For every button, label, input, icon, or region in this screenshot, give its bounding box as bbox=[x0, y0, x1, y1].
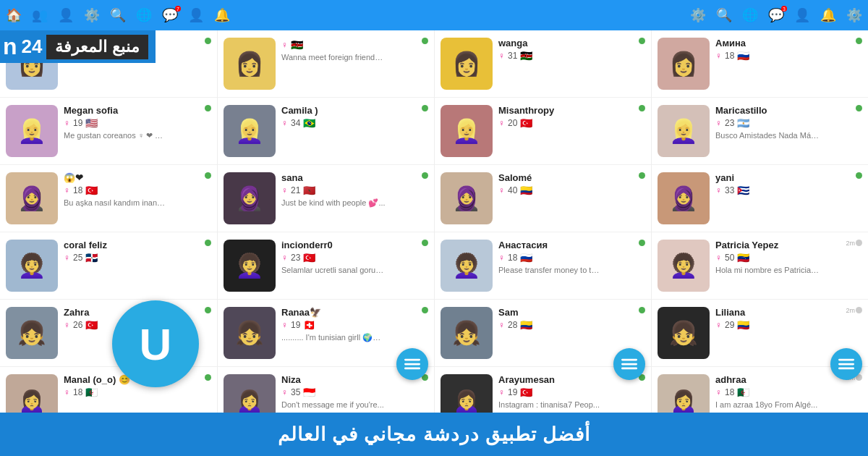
top-navigation: 🏠 👥 👤 ⚙️ 🔍 🌐 💬 7 👤 🔔 ⚙️ 🔍 🌐 💬 3 👤 🔔 ⚙️ bbox=[0, 0, 868, 30]
user-name: Camila ) bbox=[281, 105, 428, 116]
user-age: 20 bbox=[508, 118, 517, 128]
avatar-image: 🧕 bbox=[441, 172, 493, 224]
settings-icon[interactable]: ⚙️ bbox=[84, 7, 100, 23]
users-icon-2[interactable]: 👤 bbox=[794, 7, 810, 23]
gender-icon: ♀ bbox=[715, 118, 722, 128]
avatar-image: 🙍‍♀️ bbox=[224, 374, 276, 413]
fab-button-3[interactable] bbox=[830, 348, 862, 380]
user-info: Salomé♀40🇨🇴 bbox=[493, 172, 645, 196]
user-info: Sam♀28🇨🇴 bbox=[493, 307, 645, 331]
user-info: Misanthropy♀20🇹🇷 bbox=[493, 105, 645, 129]
user-meta: ♀23🇦🇷 bbox=[715, 117, 862, 129]
gender-icon: ♀ bbox=[281, 118, 288, 128]
user-age: 50 bbox=[725, 253, 734, 263]
gender-icon: ♀ bbox=[64, 118, 70, 128]
user-flag: 🇹🇷 bbox=[303, 252, 315, 263]
svg-rect-7 bbox=[838, 363, 854, 366]
chat-notification[interactable]: 💬 7 bbox=[162, 7, 178, 23]
user-age: 18 bbox=[508, 253, 517, 263]
user-card[interactable]: 🧕😱❤♀18🇹🇷Bu aşka nasıl kandım inanki m... bbox=[0, 165, 217, 232]
globe-icon[interactable]: 🌐 bbox=[136, 7, 152, 23]
user-name: Амина bbox=[715, 38, 862, 48]
globe-icon-2[interactable]: 🌐 bbox=[742, 7, 758, 23]
user-card[interactable]: 👱‍♀️Megan sofia♀19🇺🇸Me gustan coreanos ♀… bbox=[0, 98, 217, 165]
user-age: 23 bbox=[725, 118, 734, 128]
svg-rect-4 bbox=[621, 363, 637, 366]
user-meta: ♀40🇨🇴 bbox=[498, 185, 645, 196]
user-meta: ♀23🇹🇷 bbox=[281, 252, 428, 263]
online-indicator bbox=[205, 307, 211, 313]
fab-button-2[interactable] bbox=[613, 348, 645, 380]
online-indicator bbox=[205, 38, 211, 44]
user-card[interactable]: 👩Амина♀18🇷🇺 bbox=[652, 30, 868, 98]
user-flag: 🇨🇺 bbox=[737, 185, 749, 196]
user-card[interactable]: 👩wanga♀31🇰🇪 bbox=[435, 30, 651, 98]
user-card[interactable]: 👩‍🦱incionderr0♀23🇹🇷Selamlar ucretli sana… bbox=[218, 232, 434, 300]
gender-icon: ♀ bbox=[715, 185, 722, 195]
avatar: 👧 bbox=[6, 307, 58, 359]
avatar-image: 🧕 bbox=[224, 172, 276, 224]
time-label: 2m bbox=[846, 307, 855, 314]
user-card[interactable]: 🧕yani♀33🇨🇺 bbox=[652, 165, 868, 232]
user-age: 35 bbox=[291, 387, 300, 397]
user-meta: ♀19🇺🇸 bbox=[64, 117, 211, 129]
user-meta: ♀18🇹🇷 bbox=[64, 185, 211, 196]
avatar: 🧕 bbox=[441, 172, 493, 224]
online-indicator bbox=[856, 105, 862, 111]
user-flag: 🇷🇺 bbox=[520, 252, 532, 263]
user-bio: Bu aşka nasıl kandım inanki m... bbox=[64, 198, 169, 207]
home-icon[interactable]: 🏠 bbox=[6, 7, 22, 23]
gear-icon-2[interactable]: ⚙️ bbox=[690, 7, 706, 23]
online-indicator bbox=[856, 240, 862, 246]
menu-icon-2 bbox=[621, 356, 637, 372]
search-icon[interactable]: 🔍 bbox=[110, 7, 126, 23]
bell-icon-2[interactable]: 🔔 bbox=[820, 7, 836, 23]
avatar: 👩 bbox=[224, 38, 276, 90]
user-meta: ♀19🇨🇭 bbox=[281, 319, 428, 331]
svg-rect-1 bbox=[404, 363, 420, 366]
fab-button-1[interactable] bbox=[396, 348, 428, 380]
users-icon[interactable]: 👤 bbox=[188, 7, 204, 23]
user-card[interactable]: 👩‍🦱Анастасия♀18🇷🇺Please transfer money t… bbox=[435, 232, 651, 300]
user-card[interactable]: 👱‍♀️Maricastillo♀23🇦🇷Busco Amistades Nad… bbox=[652, 98, 868, 165]
search-icon-2[interactable]: 🔍 bbox=[716, 7, 732, 23]
group-icon[interactable]: 👤 bbox=[58, 7, 74, 23]
user-card[interactable]: 🧕sana♀21🇲🇦Just be kind with people 💕... bbox=[218, 165, 434, 232]
user-age: 23 bbox=[291, 253, 300, 263]
user-meta: ♀19🇹🇷 bbox=[498, 387, 645, 398]
user-age: 25 bbox=[73, 253, 82, 263]
logo-box: n 24 منبع المعرفة bbox=[0, 30, 156, 63]
settings-icon-2[interactable]: ⚙️ bbox=[846, 7, 862, 23]
people-icon[interactable]: 👥 bbox=[32, 7, 48, 23]
avatar-image: 🙍‍♀️ bbox=[658, 374, 710, 413]
chat-badge-2: 3 bbox=[781, 6, 787, 12]
user-name: Salomé bbox=[498, 172, 645, 183]
user-card[interactable]: 👱‍♀️Camila )♀34🇧🇷 bbox=[218, 98, 434, 165]
user-card[interactable]: 👩‍🦱coral feliz♀25🇩🇴 bbox=[0, 232, 217, 300]
avatar: 👧 bbox=[658, 307, 710, 359]
gender-icon: ♀ bbox=[498, 51, 505, 61]
user-info: Niza♀35🇮🇩Don't message me if you're... bbox=[276, 374, 428, 409]
online-indicator bbox=[205, 374, 211, 381]
user-bio: .......... I'm tunisian girll 🌍🌍... bbox=[281, 333, 386, 342]
user-flag: 🇹🇷 bbox=[520, 387, 532, 398]
user-card[interactable]: 👩‍🦱Patricia Yepez♀50🇻🇪Hola mi nombre es … bbox=[652, 232, 868, 300]
user-info: Maricastillo♀23🇦🇷Busco Amistades Nada Má… bbox=[710, 105, 862, 140]
user-age: 34 bbox=[291, 118, 300, 128]
user-info: Camila )♀34🇧🇷 bbox=[276, 105, 428, 129]
svg-rect-2 bbox=[404, 368, 420, 370]
user-card[interactable]: 🧕Salomé♀40🇨🇴 bbox=[435, 165, 651, 232]
avatar-image: 👧 bbox=[224, 307, 276, 359]
user-card[interactable]: 👩♀🇰🇪Wanna meet foreign friends to... bbox=[218, 30, 434, 98]
user-meta: ♀18🇷🇺 bbox=[498, 252, 645, 263]
avatar-image: 🧕 bbox=[6, 172, 58, 224]
chat-badge: 7 bbox=[175, 6, 181, 12]
chat-notification-2[interactable]: 💬 3 bbox=[768, 7, 784, 23]
user-meta: ♀29🇨🇴 bbox=[715, 319, 862, 331]
user-flag: 🇰🇪 bbox=[291, 39, 303, 51]
user-info: wanga♀31🇰🇪 bbox=[493, 38, 645, 62]
user-card[interactable]: 👱‍♀️Misanthropy♀20🇹🇷 bbox=[435, 98, 651, 165]
bell-icon[interactable]: 🔔 bbox=[214, 7, 230, 23]
online-indicator bbox=[422, 105, 428, 111]
user-age: 33 bbox=[725, 185, 734, 195]
